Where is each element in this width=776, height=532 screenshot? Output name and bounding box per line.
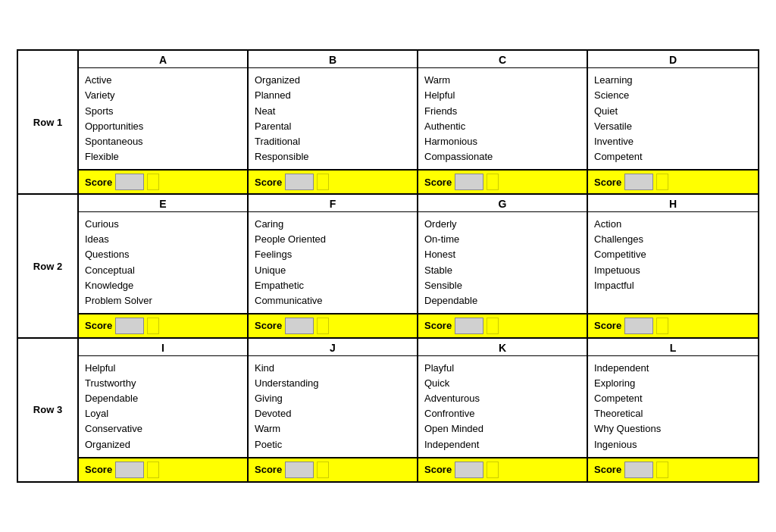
cell-header-d: D (588, 51, 758, 68)
score-row-b: Score (249, 169, 417, 193)
score-row-g: Score (418, 313, 587, 337)
cell-row3-i: IHelpfulTrustworthyDependableLoyalConser… (79, 339, 249, 481)
row-label-1: Row 1 (18, 51, 79, 193)
list-item: Playful (424, 361, 580, 376)
score-flag (656, 318, 668, 334)
cell-header-f: F (249, 195, 417, 212)
score-flag (317, 174, 329, 190)
list-item: Giving (255, 391, 411, 406)
score-input-box[interactable] (624, 174, 653, 190)
score-row-c: Score (418, 169, 587, 193)
cell-content-f: CaringPeople OrientedFeelingsUniqueEmpat… (249, 212, 417, 313)
score-label: Score (424, 464, 452, 475)
cell-header-l: L (588, 339, 758, 356)
score-input-box[interactable] (455, 462, 483, 478)
score-row-e: Score (79, 313, 247, 337)
list-item: Organized (255, 73, 411, 88)
score-input-box[interactable] (285, 174, 314, 190)
cell-row2-h: HActionChallengesCompetitiveImpetuousImp… (588, 195, 758, 337)
list-item: Action (594, 217, 752, 232)
main-grid: Row 1AActiveVarietySportsOpportunitiesSp… (17, 49, 759, 483)
row-label-2: Row 2 (18, 195, 79, 337)
cell-header-c: C (418, 51, 587, 68)
list-item: Curious (85, 217, 241, 232)
score-input-box[interactable] (624, 318, 653, 334)
list-item: Harmonious (424, 134, 580, 149)
row-3: Row 3IHelpfulTrustworthyDependableLoyalC… (18, 339, 758, 481)
score-flag (317, 462, 329, 478)
list-item: Competent (594, 149, 752, 164)
cell-header-h: H (588, 195, 758, 212)
score-label: Score (85, 177, 112, 188)
score-input-box[interactable] (115, 174, 144, 190)
list-item: Warm (424, 73, 580, 88)
cell-row2-f: FCaringPeople OrientedFeelingsUniqueEmpa… (249, 195, 418, 337)
list-item: Empathetic (255, 278, 411, 293)
cell-row1-b: BOrganizedPlannedNeatParentalTraditional… (249, 51, 418, 193)
list-item: Ingenious (594, 437, 752, 452)
list-item: Independent (424, 437, 580, 452)
cell-content-d: LearningScienceQuietVersatileInventiveCo… (588, 68, 758, 169)
score-row-h: Score (588, 313, 758, 337)
list-item: Neat (255, 104, 411, 119)
list-item: Devoted (255, 406, 411, 421)
list-item: Compassionate (424, 149, 580, 164)
cell-row1-c: CWarmHelpfulFriendsAuthenticHarmoniousCo… (418, 51, 588, 193)
score-flag (487, 174, 499, 190)
cell-row1-a: AActiveVarietySportsOpportunitiesSpontan… (79, 51, 249, 193)
list-item: Friends (424, 104, 580, 119)
cell-header-i: I (79, 339, 247, 356)
score-flag (487, 318, 499, 334)
list-item: Impactful (594, 278, 752, 293)
list-item: Independent (594, 361, 752, 376)
score-input-box[interactable] (115, 318, 144, 334)
list-item: Trustworthy (85, 376, 241, 391)
list-item: Exploring (594, 376, 752, 391)
cell-content-h: ActionChallengesCompetitiveImpetuousImpa… (588, 212, 758, 313)
list-item: Questions (85, 247, 241, 262)
list-item: Variety (85, 88, 241, 103)
list-item: Why Questions (594, 421, 752, 437)
score-label: Score (594, 177, 621, 188)
list-item: Authentic (424, 119, 580, 134)
score-input-box[interactable] (115, 462, 144, 478)
list-item: Theoretical (594, 406, 752, 421)
list-item: Competitive (594, 247, 752, 262)
list-item: Caring (255, 217, 411, 232)
score-label: Score (424, 177, 452, 188)
cell-header-a: A (79, 51, 247, 68)
list-item: Sensible (424, 278, 580, 293)
score-row-j: Score (249, 457, 417, 481)
list-item: Honest (424, 247, 580, 262)
score-label: Score (255, 320, 282, 331)
list-item: Dependable (424, 293, 580, 308)
list-item: Sports (85, 104, 241, 119)
list-item: People Oriented (255, 232, 411, 247)
score-flag (656, 462, 668, 478)
score-input-box[interactable] (285, 462, 314, 478)
score-label: Score (594, 320, 621, 331)
list-item: Quiet (594, 104, 752, 119)
list-item: Impetuous (594, 263, 752, 278)
list-item: Orderly (424, 217, 580, 232)
score-label: Score (424, 320, 452, 331)
list-item: Competent (594, 391, 752, 406)
cell-header-k: K (418, 339, 587, 356)
list-item: Open Minded (424, 421, 580, 437)
score-input-box[interactable] (285, 318, 314, 334)
list-item: Unique (255, 263, 411, 278)
cell-header-e: E (79, 195, 247, 212)
score-input-box[interactable] (624, 462, 653, 478)
row-label-3: Row 3 (18, 339, 79, 481)
score-input-box[interactable] (455, 318, 483, 334)
list-item: Ideas (85, 232, 241, 247)
list-item: Helpful (424, 88, 580, 103)
list-item: Flexible (85, 149, 241, 164)
score-flag (656, 174, 668, 190)
score-label: Score (594, 464, 621, 475)
list-item: Loyal (85, 406, 241, 421)
cell-content-k: PlayfulQuickAdventurousConfrontiveOpen M… (418, 356, 587, 457)
score-row-k: Score (418, 457, 587, 481)
cell-content-j: KindUnderstandingGivingDevotedWarmPoetic (249, 356, 417, 457)
score-input-box[interactable] (455, 174, 483, 190)
